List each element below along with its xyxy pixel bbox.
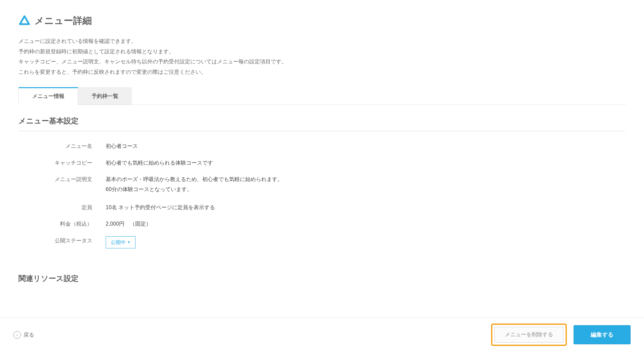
tab-slot-list[interactable]: 予約枠一覧 [78, 87, 132, 105]
desc-text-line: 基本のポーズ・呼吸法から教えるため、初心者でも気軽に始められます。 [106, 175, 626, 184]
field-row-status: 公開ステータス 公開中 ▼ [18, 232, 626, 252]
desc-text-line: 60分の体験コースとなっています。 [106, 185, 626, 194]
footer-bar: ‹ 戻る メニューを削除する 編集する [0, 317, 644, 335]
field-value: 公開中 ▼ [106, 236, 626, 248]
field-label: メニュー説明文 [18, 175, 106, 184]
field-label: 料金（税込） [18, 220, 106, 228]
desc-line: これらを変更すると、予約枠に反映されますので変更の際はご注意ください。 [18, 67, 626, 77]
field-value: 2,000円 （固定） [106, 220, 626, 228]
delete-menu-button[interactable]: メニューを削除する [494, 327, 564, 335]
chevron-down-icon: ▼ [127, 240, 130, 245]
status-value: 公開中 [111, 238, 126, 246]
field-row-menu-name: メニュー名 初心者コース [18, 138, 626, 155]
desc-line: キャッチコピー、メニュー説明文、キャンセル待ち以外の予約受付設定についてはメニュ… [18, 57, 626, 67]
section-title-basic: メニュー基本設定 [18, 115, 626, 131]
field-value: 初心者でも気軽に始められる体験コースです [106, 159, 626, 167]
footer-actions: メニューを削除する 編集する [491, 324, 631, 335]
desc-line: メニューに設定されている情報を確認できます。 [18, 37, 626, 46]
page-description: メニューに設定されている情報を確認できます。 予約枠の新規登録時に初期値として設… [18, 37, 626, 77]
desc-line: 予約枠の新規登録時に初期値として設定される情報となります。 [18, 47, 626, 57]
field-row-menu-desc: メニュー説明文 基本のポーズ・呼吸法から教えるため、初心者でも気軽に始められます… [18, 171, 626, 199]
field-label: 定員 [18, 203, 106, 212]
field-label: メニュー名 [18, 142, 106, 151]
section-title-resource: 関連リソース設定 [18, 273, 626, 288]
back-link[interactable]: ‹ 戻る [13, 331, 34, 335]
field-label: キャッチコピー [18, 159, 106, 167]
tab-bar: メニュー情報 予約枠一覧 [18, 87, 626, 105]
field-row-price: 料金（税込） 2,000円 （固定） [18, 216, 626, 232]
field-row-catch-copy: キャッチコピー 初心者でも気軽に始められる体験コースです [18, 155, 626, 171]
back-arrow-icon: ‹ [13, 331, 21, 335]
page-title: メニュー詳細 [35, 13, 92, 28]
tab-menu-info[interactable]: メニュー情報 [18, 87, 78, 105]
delete-highlight: メニューを削除する [491, 324, 567, 335]
triangle-logo-icon [18, 15, 31, 27]
field-value: 10名 ネット予約受付ページに定員を表示する [106, 203, 626, 212]
back-label: 戻る [23, 331, 34, 335]
field-label: 公開ステータス [18, 236, 106, 245]
edit-button[interactable]: 編集する [574, 325, 631, 335]
status-dropdown[interactable]: 公開中 ▼ [106, 236, 136, 248]
field-value: 基本のポーズ・呼吸法から教えるため、初心者でも気軽に始められます。 60分の体験… [106, 175, 626, 195]
field-row-capacity: 定員 10名 ネット予約受付ページに定員を表示する [18, 199, 626, 216]
page-header: メニュー詳細 [18, 13, 626, 28]
field-value: 初心者コース [106, 142, 626, 151]
